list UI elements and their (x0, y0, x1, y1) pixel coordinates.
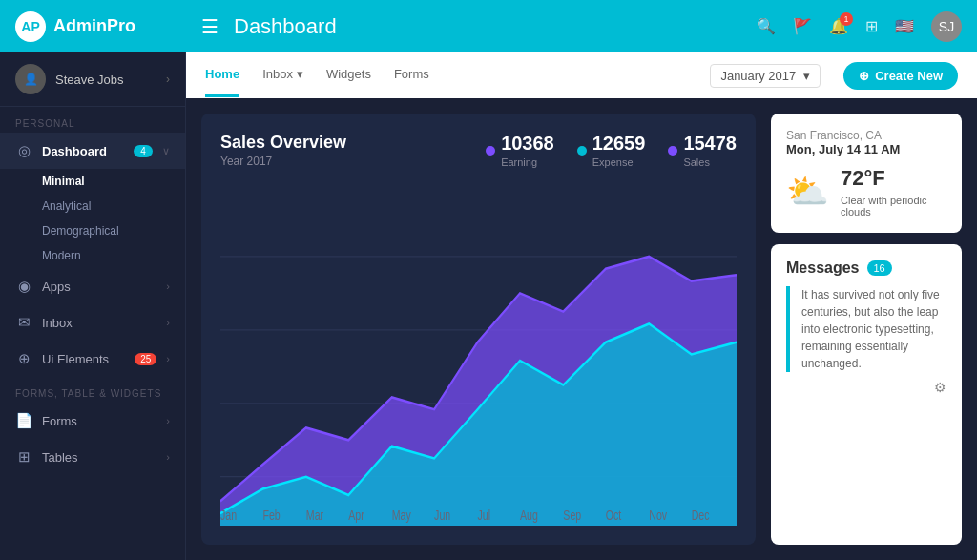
sidebar-item-ui-elements[interactable]: ⊕ Ui Elements 25 › (0, 341, 185, 377)
date-selector[interactable]: January 2017 ▾ (710, 64, 821, 88)
messages-title: Messages (786, 259, 860, 277)
avatar[interactable]: SJ (931, 11, 962, 42)
create-new-button[interactable]: ⊕ Create New (843, 62, 958, 90)
messages-header: Messages 16 (786, 259, 946, 277)
tab-forms[interactable]: Forms (394, 53, 429, 97)
tables-arrow-icon: › (166, 451, 170, 463)
chart-header: Sales Overview Year 2017 10368 Earning (220, 133, 737, 168)
sidebar-item-forms[interactable]: 📄 Forms › (0, 403, 185, 439)
logo-area: AP AdminPro (15, 11, 201, 42)
gear-icon[interactable]: ⚙ (934, 380, 946, 395)
chart-title-area: Sales Overview Year 2017 (220, 133, 486, 168)
messages-badge: 16 (867, 260, 892, 276)
weather-location: San Francisco, CA (786, 129, 946, 142)
svg-text:Jun: Jun (434, 508, 450, 523)
legend-earning-label: Earning (501, 156, 554, 168)
svg-text:May: May (392, 508, 412, 523)
svg-text:Nov: Nov (649, 508, 668, 523)
weather-main: ⛅ 72°F Clear with periodic clouds (786, 166, 946, 218)
section-personal-label: PERSONAL (0, 107, 185, 133)
sidebar-ui-label: Ui Elements (42, 352, 125, 366)
page-title: Dashboard (234, 14, 757, 39)
svg-text:Jul: Jul (478, 508, 491, 523)
legend-earning: 10368 Earning (486, 133, 554, 168)
svg-text:Feb: Feb (262, 508, 280, 523)
top-header: AP AdminPro ☰ Dashboard 🔍 🚩 🔔1 ⊞ 🇺🇸 SJ (0, 0, 977, 52)
svg-text:Apr: Apr (348, 508, 364, 523)
messages-card: Messages 16 It has survived not only fiv… (771, 244, 962, 545)
legend-sales-dot (668, 146, 677, 156)
svg-text:Aug: Aug (520, 508, 538, 523)
logo-icon: AP (15, 11, 46, 42)
bell-icon[interactable]: 🔔1 (829, 17, 848, 35)
user-arrow-icon: › (166, 73, 170, 86)
dashboard-icon: ◎ (15, 142, 32, 159)
legend-sales: 15478 Sales (668, 133, 737, 168)
flag2-icon[interactable]: 🇺🇸 (895, 17, 914, 35)
sub-nav: Home Inbox ▾ Widgets Forms January 2017 … (186, 52, 977, 98)
sub-item-analytical[interactable]: Analytical (42, 194, 185, 218)
legend-expense-value: 12659 (592, 133, 646, 155)
inbox-dropdown-icon: ▾ (297, 67, 303, 81)
sub-item-modern[interactable]: Modern (42, 243, 185, 268)
logo-initials: AP (21, 19, 39, 34)
right-panel: San Francisco, CA Mon, July 14 11 AM ⛅ 7… (771, 114, 962, 545)
hamburger-icon[interactable]: ☰ (201, 15, 218, 38)
chart-title: Sales Overview (220, 133, 486, 153)
sub-item-demographical[interactable]: Demographical (42, 218, 185, 243)
section-forms-label: FORMS, TABLE & WIDGETS (0, 377, 185, 403)
weather-card: San Francisco, CA Mon, July 14 11 AM ⛅ 7… (771, 114, 962, 233)
legend-expense-dot (577, 146, 587, 156)
message-text: It has survived not only five centuries,… (801, 286, 946, 372)
forms-arrow-icon: › (166, 415, 170, 426)
ui-elements-badge: 25 (135, 353, 156, 365)
weather-temperature: 72°F (841, 166, 946, 191)
sidebar-item-inbox[interactable]: ✉ Inbox › (0, 304, 185, 341)
apps-icon: ◉ (15, 278, 32, 295)
chart-subtitle: Year 2017 (220, 155, 486, 168)
tab-widgets[interactable]: Widgets (326, 53, 371, 97)
search-icon[interactable]: 🔍 (757, 17, 776, 35)
apps-arrow-icon: › (166, 280, 170, 292)
legend-sales-label: Sales (683, 156, 737, 168)
user-row[interactable]: 👤 Steave Jobs › (0, 52, 185, 107)
sidebar-item-dashboard[interactable]: ◎ Dashboard 4 ∨ (0, 133, 185, 169)
chart-card: Sales Overview Year 2017 10368 Earning (201, 114, 756, 545)
content-area: Home Inbox ▾ Widgets Forms January 2017 … (186, 52, 977, 560)
sub-item-minimal[interactable]: Minimal (42, 169, 185, 194)
weather-description: Clear with periodic clouds (841, 195, 946, 218)
sidebar: 👤 Steave Jobs › PERSONAL ◎ Dashboard 4 ∨… (0, 52, 186, 560)
dashboard-badge: 4 (134, 145, 153, 157)
svg-text:Dec: Dec (692, 508, 710, 523)
svg-text:Oct: Oct (606, 508, 622, 523)
legend-earning-dot (486, 146, 495, 156)
main-layout: 👤 Steave Jobs › PERSONAL ◎ Dashboard 4 ∨… (0, 52, 977, 560)
weather-icon: ⛅ (786, 172, 829, 212)
dashboard-content: Sales Overview Year 2017 10368 Earning (186, 98, 977, 560)
user-name: Steave Jobs (55, 73, 156, 87)
chart-area: Jan Feb Mar Apr May Jun Jul Aug Sep Oct … (220, 183, 737, 526)
tables-icon: ⊞ (15, 448, 32, 466)
messages-inner: It has survived not only five centuries,… (786, 286, 946, 372)
sidebar-tables-label: Tables (42, 450, 156, 465)
date-dropdown-icon: ▾ (803, 69, 810, 83)
svg-text:Jan: Jan (220, 508, 237, 523)
area-chart-svg: Jan Feb Mar Apr May Jun Jul Aug Sep Oct … (220, 183, 737, 526)
legend-sales-value: 15478 (683, 133, 737, 155)
flag-icon[interactable]: 🚩 (793, 17, 812, 35)
logo-text: AdminPro (53, 16, 135, 36)
tab-inbox[interactable]: Inbox ▾ (262, 53, 303, 97)
svg-text:Sep: Sep (563, 508, 581, 523)
sidebar-dashboard-label: Dashboard (42, 144, 124, 158)
sidebar-item-apps[interactable]: ◉ Apps › (0, 268, 185, 304)
sidebar-item-tables[interactable]: ⊞ Tables › (0, 439, 185, 475)
dashboard-sub-items: Minimal Analytical Demographical Modern (0, 169, 185, 268)
grid-icon[interactable]: ⊞ (865, 17, 878, 35)
create-new-plus-icon: ⊕ (859, 69, 869, 83)
inbox-icon: ✉ (15, 314, 32, 331)
sidebar-inbox-label: Inbox (42, 316, 156, 330)
date-label: January 2017 (720, 69, 796, 83)
ui-elements-icon: ⊕ (15, 350, 32, 367)
tab-home[interactable]: Home (205, 53, 239, 97)
svg-text:Mar: Mar (306, 508, 323, 523)
